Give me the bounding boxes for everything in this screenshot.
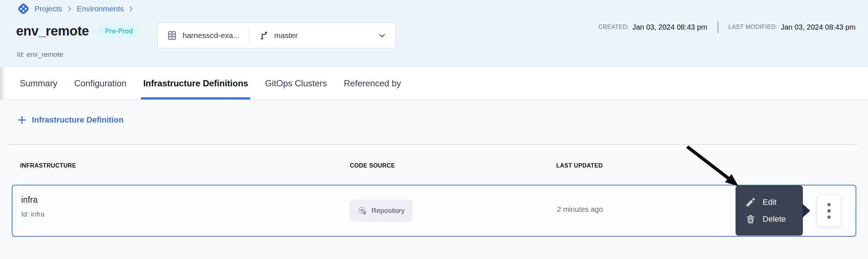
- tab-summary[interactable]: Summary: [20, 67, 57, 100]
- repo-segment: harnesscd-exa...: [167, 30, 239, 41]
- infrastructure-name: infra: [21, 195, 44, 205]
- branch-name: master: [274, 31, 298, 40]
- created-value: Jan 03, 2024 08:43 pm: [632, 23, 707, 31]
- tab-infrastructure-definitions[interactable]: Infrastructure Definitions: [143, 67, 248, 100]
- environment-type-badge: Pre-Prod: [97, 25, 141, 38]
- breadcrumb-environments-link[interactable]: Environments: [77, 4, 124, 13]
- created-label: CREATED:: [598, 24, 629, 30]
- pencil-icon: [745, 197, 756, 208]
- infrastructure-row[interactable]: infra Id: infra Repository 2 minutes ago: [12, 185, 856, 237]
- context-menu-edit[interactable]: Edit: [745, 197, 803, 208]
- column-header-infrastructure: INFRASTRUCTURE: [20, 162, 76, 169]
- kebab-menu-icon: [827, 215, 831, 219]
- tab-gitops-clusters[interactable]: GitOps Clusters: [265, 67, 327, 100]
- add-infrastructure-definition-button[interactable]: Infrastructure Definition: [17, 115, 124, 125]
- edit-label: Edit: [763, 198, 777, 207]
- tab-bar: Summary Configuration Infrastructure Def…: [0, 67, 868, 100]
- tab-referenced-by[interactable]: Referenced by: [344, 67, 401, 100]
- environment-id: Id: env_remote: [17, 50, 63, 59]
- row-more-options-button[interactable]: [817, 195, 841, 226]
- chevron-down-icon[interactable]: [377, 31, 387, 40]
- context-menu-delete[interactable]: Delete: [745, 214, 803, 225]
- column-header-code-source: CODE SOURCE: [350, 162, 395, 169]
- title-row: env_remote Pre-Prod: [16, 23, 141, 39]
- row-context-menu: Edit Delete: [736, 185, 803, 236]
- branch-segment: master: [259, 30, 298, 41]
- breadcrumb-projects-link[interactable]: Projects: [34, 4, 62, 13]
- section-divider: [9, 144, 857, 145]
- code-source-label: Repository: [371, 207, 405, 215]
- repo-name: harnesscd-exa...: [183, 31, 239, 40]
- last-updated-value: 2 minutes ago: [557, 205, 603, 214]
- git-repo-branch-selector[interactable]: harnesscd-exa... master: [157, 23, 396, 48]
- plus-icon: [17, 115, 27, 125]
- header-meta: CREATED: Jan 03, 2024 08:43 pm LAST MODI…: [598, 21, 856, 33]
- last-modified-value: Jan 03, 2024 08:43 pm: [781, 23, 856, 31]
- last-modified-label: LAST MODIFIED:: [729, 24, 778, 30]
- page-header: Projects Environments env_remote Pre-Pro…: [0, 0, 868, 68]
- add-button-label: Infrastructure Definition: [32, 115, 124, 125]
- git-branch-icon: [259, 30, 269, 41]
- remote-repository-icon: [358, 206, 367, 215]
- selector-divider: [249, 27, 249, 44]
- page-title: env_remote: [16, 23, 89, 39]
- column-header-last-updated: LAST UPDATED: [556, 162, 603, 169]
- meta-divider: [718, 21, 718, 33]
- breadcrumb: Projects Environments: [17, 2, 134, 15]
- delete-label: Delete: [763, 214, 786, 224]
- context-menu-caret: [802, 204, 810, 218]
- environment-details-page: Projects Environments env_remote Pre-Pro…: [0, 0, 868, 259]
- kebab-menu-icon: [827, 209, 831, 213]
- chevron-right-icon: [128, 5, 134, 12]
- chevron-right-icon: [67, 5, 72, 12]
- infrastructure-name-cell: infra Id: infra: [21, 195, 44, 218]
- trash-icon: [745, 214, 756, 225]
- repository-icon: [167, 30, 177, 41]
- project-icon: [17, 2, 30, 15]
- code-source-badge: Repository: [350, 200, 412, 221]
- tab-configuration[interactable]: Configuration: [74, 67, 127, 100]
- infrastructure-id: Id: infra: [21, 210, 44, 218]
- kebab-menu-icon: [827, 203, 831, 206]
